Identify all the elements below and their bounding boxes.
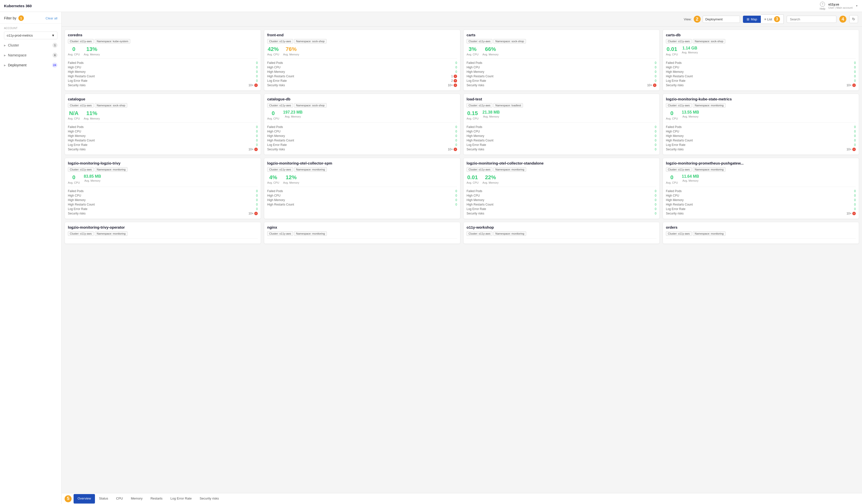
deployment-card[interactable]: logzio-monitoring-prometheus-pushgatew..…: [663, 158, 859, 219]
deployment-card[interactable]: logzio-monitoring-kube-state-metrics Clu…: [663, 94, 859, 155]
row-label: High Restarts Count: [267, 203, 294, 206]
row-value: 0: [256, 75, 258, 78]
cpu-label: Avg. CPU: [68, 117, 80, 120]
account-label: Account: [4, 27, 57, 29]
tab-status[interactable]: Status: [95, 494, 112, 504]
deployment-card[interactable]: front-end Cluster: o11y-aws Namespace: s…: [264, 29, 460, 91]
row-value: 0: [256, 61, 258, 65]
tab-memory[interactable]: Memory: [127, 494, 147, 504]
row-value: 0: [655, 134, 656, 138]
sidebar-item-deployment[interactable]: ▶ Deployment 24: [0, 60, 61, 70]
row-value: 0: [854, 61, 856, 65]
row-value: 0: [256, 189, 258, 193]
card-tags: Cluster: o11y-aws Namespace: sock-shop: [267, 39, 457, 43]
filter-number-badge: 1: [18, 15, 24, 21]
help-icon[interactable]: ?: [820, 2, 825, 7]
row-label: High Memory: [666, 70, 683, 74]
row-value: 0: [256, 66, 258, 69]
security-dot: •: [454, 79, 457, 82]
tab-restarts[interactable]: Restarts: [146, 494, 166, 504]
cpu-label: Avg. CPU: [68, 181, 80, 184]
deployment-card[interactable]: catalogue-db Cluster: o11y-aws Namespace…: [264, 94, 460, 155]
deployment-expand-arrow: ▶: [4, 64, 6, 67]
deployment-card[interactable]: logzio-monitoring-trivy-operator Cluster…: [65, 222, 261, 244]
deployment-card[interactable]: carts Cluster: o11y-aws Namespace: sock-…: [463, 29, 660, 91]
deployment-card[interactable]: logzio-monitoring-logzio-trivy Cluster: …: [65, 158, 261, 219]
deployment-card[interactable]: orders Cluster: o11y-aws Namespace: moni…: [663, 222, 859, 244]
user-section[interactable]: o11y.us User | Main account ▼: [828, 3, 858, 9]
row-label: High Memory: [467, 134, 484, 138]
search-input[interactable]: [787, 16, 836, 23]
tab-log-error-rate[interactable]: Log Error Rate: [167, 494, 196, 504]
security-dot: •: [454, 83, 457, 87]
row-label: Security risks: [467, 148, 484, 151]
security-dot-badge: 10+•: [847, 148, 856, 151]
mem-value: 11.64 MB: [682, 174, 699, 179]
card-metric-row: Log Error Rate 0: [467, 79, 656, 83]
user-info: o11y.us User | Main account: [828, 3, 852, 9]
view-dropdown[interactable]: Deployment Pod Node Service: [703, 16, 740, 23]
row-label: Failed Pods: [666, 61, 681, 65]
sidebar-item-cluster[interactable]: ▶ Cluster 1: [0, 40, 61, 50]
card-tags: Cluster: o11y-aws Namespace: monitoring: [666, 103, 856, 108]
cpu-metric: 42% Avg. CPU: [267, 46, 279, 56]
tab-security-risks[interactable]: Security risks: [196, 494, 223, 504]
card-metric-row: Failed Pods 0: [68, 189, 258, 193]
row-label: Log Error Rate: [68, 79, 88, 82]
toolbar-number3-badge: 3: [774, 16, 780, 22]
card-tags: Cluster: o11y-aws Namespace: monitoring: [666, 231, 856, 236]
card-metric-row: Security risks 10+•: [68, 147, 258, 151]
deployment-card[interactable]: load-test Cluster: o11y-aws Namespace: l…: [463, 94, 660, 155]
row-value: 0: [655, 198, 656, 202]
card-metric-row: Security risks 10+•: [467, 83, 656, 88]
card-metrics: 0 Avg. CPU 197.23 MB Avg. Memory: [267, 110, 457, 120]
toolbar: View: 2 Deployment Pod Node Service ⊞ Ma…: [62, 12, 862, 27]
refresh-button[interactable]: ↻: [849, 15, 858, 23]
deployment-card[interactable]: coredns Cluster: o11y-aws Namespace: kub…: [65, 29, 261, 91]
deployment-card[interactable]: nginx Cluster: o11y-aws Namespace: monit…: [264, 222, 460, 244]
cluster-tag: Cluster: o11y-aws: [467, 167, 492, 172]
card-metric-row: High Memory 0: [68, 134, 258, 138]
row-label: Log Error Rate: [666, 79, 685, 82]
deployment-card[interactable]: logzio-monitoring-otel-collector-standal…: [463, 158, 660, 219]
view-label: View:: [684, 17, 692, 21]
card-metrics: 0.15 Avg. CPU 21.38 MB Avg. Memory: [467, 110, 656, 120]
row-value: 0: [854, 207, 856, 211]
card-metric-row: High Memory 0: [68, 198, 258, 202]
deployment-card[interactable]: o11y-workshop Cluster: o11y-aws Namespac…: [463, 222, 660, 244]
security-dot: •: [454, 148, 457, 151]
security-dot: •: [852, 148, 856, 151]
clear-all-button[interactable]: Clear all: [45, 16, 57, 20]
card-metric-row: High Memory 0: [666, 70, 856, 74]
row-label: Failed Pods: [267, 61, 283, 65]
card-tags: Cluster: o11y-aws Namespace: monitoring: [68, 231, 258, 236]
card-tags: Cluster: o11y-aws Namespace: monitoring: [267, 231, 457, 236]
card-metric-row: High Memory 0: [267, 134, 457, 138]
cluster-tag: Cluster: o11y-aws: [467, 231, 492, 236]
namespace-tag: Namespace: monitoring: [693, 167, 726, 172]
card-metric-row: High Memory 0: [467, 134, 656, 138]
sidebar: Filter by 1 Clear all Account o11y-prod-…: [0, 12, 62, 504]
deployment-card[interactable]: carts-db Cluster: o11y-aws Namespace: so…: [663, 29, 859, 91]
cpu-value: N/A: [68, 110, 80, 117]
card-metrics: 0 Avg. CPU 13% Avg. Memory: [68, 46, 258, 56]
tab-cpu[interactable]: CPU: [112, 494, 127, 504]
sidebar-item-namespace[interactable]: ▶ Namespace 6: [0, 50, 61, 60]
card-rows: [467, 238, 656, 241]
card-metric-row: Log Error Rate 0: [467, 207, 656, 211]
card-metric-row: High Memory 0: [267, 198, 457, 202]
row-label: Failed Pods: [467, 125, 482, 129]
account-dropdown[interactable]: o11y-prod-metrics ▼: [4, 31, 57, 39]
card-metrics: 42% Avg. CPU 76% Avg. Memory: [267, 46, 457, 56]
card-metric-row: High CPU 0: [267, 193, 457, 198]
topbar-right: ? Help o11y.us User | Main account ▼: [820, 2, 858, 10]
list-button[interactable]: ≡ List 3: [761, 14, 784, 24]
card-metric-row: Log Error Rate 0: [267, 143, 457, 147]
cluster-badge: 1: [52, 43, 57, 48]
map-button[interactable]: ⊞ Map: [743, 16, 761, 23]
deployment-card[interactable]: logzio-monitoring-otel-collector-spm Clu…: [264, 158, 460, 219]
row-value: 0: [655, 66, 656, 69]
deployment-card[interactable]: catalogue Cluster: o11y-aws Namespace: s…: [65, 94, 261, 155]
cluster-tag: Cluster: o11y-aws: [666, 167, 692, 172]
tab-overview[interactable]: Overview: [74, 494, 95, 504]
